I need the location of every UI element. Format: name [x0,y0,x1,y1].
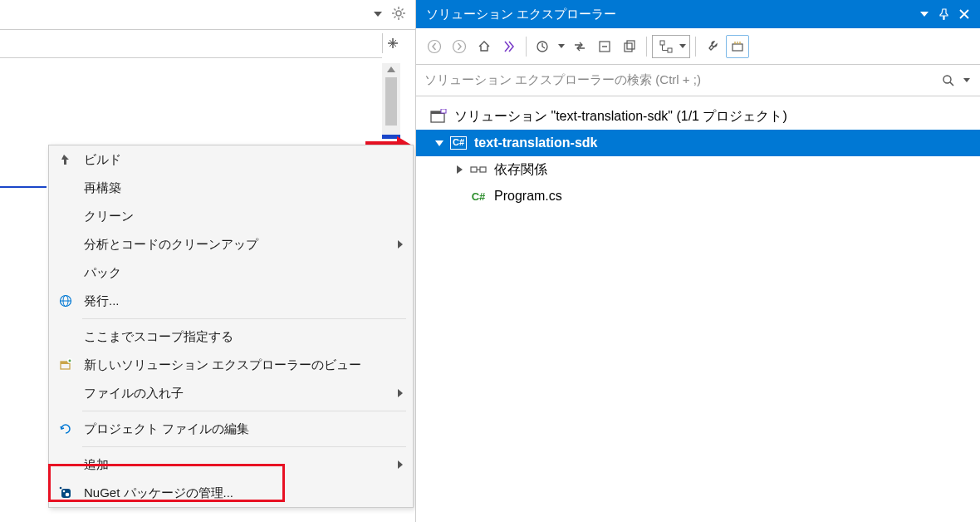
tree-mode-button[interactable] [654,35,678,58]
solution-explorer-panel: ソリューション エクスプローラー [415,0,980,522]
switch-views-button[interactable] [497,35,521,58]
menu-build-label: ビルド [84,152,403,168]
dependencies-icon [469,160,488,179]
svg-line-5 [394,9,396,11]
solution-explorer-search[interactable]: ソリューション エクスプローラーの検索 (Ctrl + ;) [416,65,980,96]
blank-icon [56,178,76,198]
menu-edit-project[interactable]: プロジェクト ファイルの編集 [49,415,413,443]
expander-open-icon[interactable] [433,136,446,150]
home-button[interactable] [473,35,496,58]
menu-clean-label: クリーン [84,209,403,224]
submenu-arrow-icon [398,389,403,397]
solution-tree: ソリューション "text-translation-sdk" (1/1 プロジェ… [416,96,980,209]
menu-file-nesting[interactable]: ファイルの入れ子 [49,379,413,407]
svg-line-8 [402,9,404,11]
svg-point-31 [943,76,951,83]
csharp-file-icon: C# [469,187,488,205]
dropdown-icon[interactable] [678,35,688,58]
scroll-up-arrow-icon[interactable] [387,66,395,72]
menu-scope-label: ここまでスコープ指定する [84,329,403,345]
svg-point-22 [453,40,466,52]
sync-button[interactable] [568,35,591,58]
nuget-icon [56,483,76,503]
collapse-all-button[interactable] [593,35,616,58]
menu-clean[interactable]: クリーン [49,202,413,230]
vertical-scrollbar[interactable] [382,63,400,140]
svg-line-32 [950,82,953,86]
menu-add[interactable]: 追加 [49,451,413,479]
svg-rect-28 [660,41,664,45]
gear-icon[interactable] [392,7,407,22]
search-icon[interactable] [938,71,958,91]
blank-icon [56,234,76,254]
panel-toolbar [416,28,980,65]
globe-icon [56,291,76,311]
build-icon [56,150,76,170]
scroll-thumb[interactable] [385,77,397,126]
expander-closed-icon[interactable] [453,163,466,176]
menu-nuget[interactable]: NuGet パッケージの管理... [49,479,413,507]
svg-point-20 [60,487,62,490]
new-window-icon [56,355,76,375]
menu-scope[interactable]: ここまでスコープ指定する [49,323,413,351]
menu-separator [82,411,406,411]
tree-solution-node[interactable]: ソリューション "text-translation-sdk" (1/1 プロジェ… [416,103,980,130]
menu-new-explorer-view[interactable]: 新しいソリューション エクスプローラーのビュー [49,351,413,379]
search-dropdown-icon[interactable] [962,71,972,91]
back-button[interactable] [423,35,446,58]
csharp-project-icon: C# [449,134,468,152]
svg-rect-37 [480,167,486,172]
pin-icon[interactable] [935,5,953,23]
panel-dropdown-icon[interactable] [915,5,933,23]
submenu-arrow-icon [398,240,403,249]
tree-dependencies-node[interactable]: 依存関係 [416,156,980,183]
svg-line-6 [402,17,404,18]
toolbar-separator [695,37,696,57]
editor-top-strip [0,0,415,30]
menu-separator [82,446,406,447]
svg-rect-27 [627,41,635,49]
menu-edit-project-label: プロジェクト ファイルの編集 [84,421,403,437]
menu-pack[interactable]: パック [49,259,413,287]
blank-icon [56,455,76,475]
menu-rebuild[interactable]: 再構築 [49,174,413,202]
menu-analysis[interactable]: 分析とコードのクリーンアップ [49,230,413,259]
tree-project-node[interactable]: C# text-translation-sdk [416,130,980,156]
preview-selected-button[interactable] [726,35,749,58]
svg-point-18 [63,490,66,493]
svg-point-19 [66,493,70,497]
menu-build[interactable]: ビルド [49,145,413,174]
menu-analysis-label: 分析とコードのクリーンアップ [84,237,398,253]
tree-project-label: text-translation-sdk [474,135,597,150]
menu-rebuild-label: 再構築 [84,180,403,196]
tree-view-mode-group [652,35,690,58]
dropdown-icon[interactable] [556,35,566,58]
forward-button[interactable] [448,35,471,58]
svg-rect-30 [733,44,742,51]
properties-button[interactable] [701,35,724,58]
edit-arrow-icon [56,419,76,439]
split-view-icon[interactable] [382,33,402,53]
close-icon[interactable] [955,5,973,23]
blank-icon [56,206,76,226]
toolbar-separator [526,37,527,57]
svg-rect-36 [471,167,477,172]
menu-publish[interactable]: 発行... [49,287,413,315]
svg-rect-26 [625,43,632,52]
editor-tab-strip[interactable] [0,30,382,58]
menu-pack-label: パック [84,265,403,281]
menu-separator [82,318,406,319]
submenu-arrow-icon [398,460,403,469]
search-placeholder: ソリューション エクスプローラーの検索 (Ctrl + ;) [424,72,938,88]
toolbar-separator [646,37,647,57]
tree-file-node[interactable]: C# Program.cs [416,183,980,209]
tree-file-label: Program.cs [494,189,562,204]
menu-new-explorer-view-label: 新しいソリューション エクスプローラーのビュー [84,357,403,373]
project-context-menu: ビルド 再構築 クリーン 分析とコードのクリーンアップ パック 発行... ここ… [48,145,414,508]
menu-nuget-label: NuGet パッケージの管理... [84,485,403,501]
pending-changes-button[interactable] [532,35,555,58]
dropdown-chevron-icon[interactable] [370,7,385,22]
show-all-files-button[interactable] [618,35,641,58]
svg-point-0 [396,11,401,16]
panel-titlebar[interactable]: ソリューション エクスプローラー [416,0,980,28]
